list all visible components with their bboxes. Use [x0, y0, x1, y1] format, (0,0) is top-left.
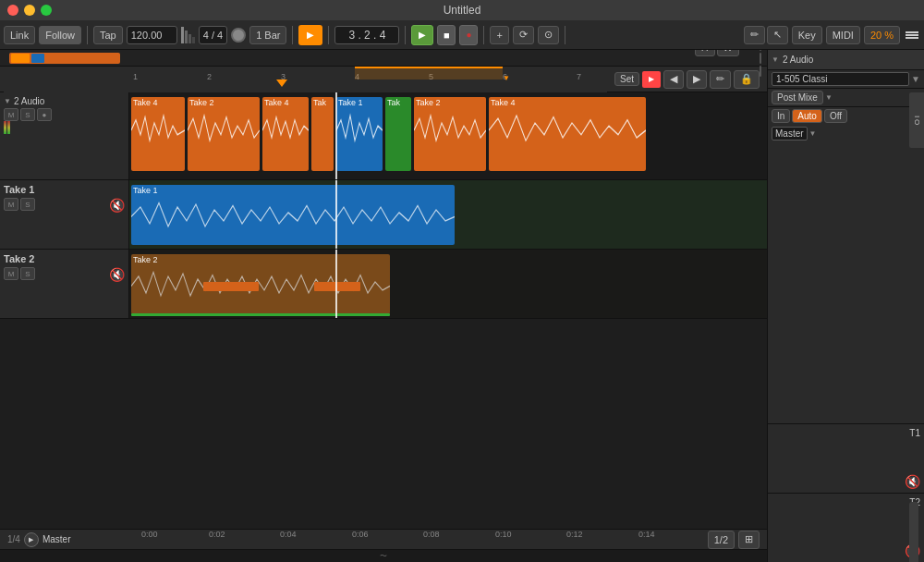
rp-header: ▼ 2 Audio	[768, 50, 924, 70]
arrangement-header: 1 2 3 4 5 6 7 ▼ Set ▶ ◀ ▶ ✏ 🔒	[0, 67, 767, 92]
time-signature[interactable]: 4 / 4	[199, 26, 227, 44]
vertical-resize-handle[interactable]	[758, 50, 763, 79]
loop-button[interactable]: ⟳	[513, 26, 534, 44]
mixer-toggle[interactable]: 〜	[0, 549, 767, 562]
arrangement-scrollbar[interactable]: H W	[0, 50, 767, 67]
quantize-btn[interactable]: 1 Bar	[249, 26, 286, 44]
rp-master-row: Master ▼	[768, 125, 924, 142]
track-2-solo[interactable]: S	[20, 198, 35, 211]
track-2-speaker[interactable]: 🔇	[109, 198, 125, 213]
clip-take2-1[interactable]: Take 2	[188, 97, 260, 171]
track-1-mute[interactable]: M	[4, 108, 18, 121]
follow-button[interactable]: Follow	[39, 26, 81, 44]
maximize-button[interactable]	[41, 5, 52, 16]
arrange-menu-icon[interactable]	[741, 50, 756, 79]
record-dot[interactable]	[231, 28, 246, 43]
edit-mode-buttons: ✏ ↖	[744, 26, 788, 44]
rp-t2-section: T2 🔇	[768, 493, 924, 562]
track-expand-icon[interactable]: ▼	[4, 97, 11, 105]
track-1-arm[interactable]: ●	[37, 108, 52, 121]
rp-master-select[interactable]: Master	[772, 127, 808, 140]
track-2-mute[interactable]: M	[4, 198, 18, 211]
clip-take1-blue[interactable]: Take 1	[336, 97, 383, 171]
track-3-speaker[interactable]: 🔇	[109, 267, 125, 282]
pencil-button[interactable]: ✏	[744, 26, 765, 44]
rp-auto-btn[interactable]: Auto	[792, 109, 822, 123]
rp-master-arrow: ▼	[809, 129, 817, 138]
accent-clip-2	[314, 282, 360, 291]
set-button[interactable]: Set	[614, 72, 639, 86]
key-button[interactable]: Key	[792, 26, 822, 44]
play-small-button[interactable]: ▶	[24, 532, 39, 547]
quantize-grid-btn[interactable]: 1/2	[708, 531, 735, 549]
rp-in-btn[interactable]: In	[772, 109, 790, 123]
bpm-input[interactable]	[127, 26, 177, 44]
track-1-audio-label: 2 Audio	[14, 96, 44, 106]
rp-postmixer-btn[interactable]: Post Mixe	[772, 91, 823, 104]
play-button[interactable]: ▶	[411, 25, 433, 45]
position-display: 3 . 2 . 4	[334, 26, 399, 44]
midi-button[interactable]: MIDI	[826, 26, 860, 44]
scroll-handle[interactable]	[9, 53, 120, 64]
toolbar-separator-6	[565, 26, 565, 44]
track-1-content[interactable]: Take 4 Take 2 Take 4 Tak	[129, 92, 767, 179]
record-button[interactable]: ●	[459, 25, 478, 45]
track-3-mute[interactable]: M	[4, 267, 18, 280]
clip-take4-2[interactable]: Take 4	[262, 97, 309, 171]
select-button[interactable]: ↖	[767, 26, 788, 44]
minimize-button[interactable]	[24, 5, 35, 16]
vd-scroll-right[interactable]	[909, 502, 918, 563]
arrangement-bottom-ruler: 1/4 ▶ Master 0:00 0:02 0:04 0:06 0:08 0:…	[0, 529, 767, 549]
clip-label: Take 2	[414, 97, 486, 108]
h-button[interactable]: H	[695, 50, 715, 56]
close-button[interactable]	[7, 5, 18, 16]
rp-preset-row: 1-505 Classi ▼	[768, 70, 924, 89]
clip-take1-long[interactable]: Take 1	[131, 185, 455, 245]
time-4: 0:04	[280, 530, 297, 539]
rp-off-btn[interactable]: Off	[824, 109, 847, 123]
rp-t1-speaker[interactable]: 🔇	[905, 474, 920, 489]
rp-preset-arrow: ▼	[911, 74, 920, 84]
track-row-3: Take 2 M S 🔇 Take 2	[0, 250, 767, 319]
track-1-solo[interactable]: S	[20, 108, 35, 121]
grid-settings-btn[interactable]: ⊞	[738, 531, 760, 549]
punch-button[interactable]: ⊙	[538, 26, 559, 44]
tap-button[interactable]: Tap	[93, 26, 123, 44]
timeline-ruler: 1 2 3 4 5 6 7 ▼	[4, 67, 607, 92]
time-10: 0:10	[495, 530, 512, 539]
link-button[interactable]: Link	[4, 26, 35, 44]
track-3-content[interactable]: Take 2	[129, 250, 767, 318]
clip-take4-3[interactable]: Take 4	[489, 97, 646, 171]
track-3-solo[interactable]: S	[20, 267, 35, 280]
track-3-buttons: M S 🔇	[4, 267, 125, 282]
rp-preset-select[interactable]: 1-505 Classi	[772, 72, 909, 86]
record-position-button[interactable]: ▶	[642, 71, 661, 88]
track-2-content[interactable]: Take 1	[129, 180, 767, 249]
rp-spacer	[768, 142, 924, 423]
w-button[interactable]: W	[717, 50, 739, 56]
clip-take2-2[interactable]: Take 2	[414, 97, 486, 171]
time-6: 0:06	[352, 530, 369, 539]
grid-label: 1/4	[7, 534, 20, 544]
loop-region[interactable]	[355, 67, 503, 79]
toolbar-separator-5	[483, 26, 484, 44]
clip-tak-1[interactable]: Tak	[311, 97, 334, 171]
zoom-button[interactable]: 20 %	[864, 26, 900, 44]
stop-button[interactable]: ■	[437, 25, 456, 45]
toolbar-right: ✏ ↖ Key MIDI 20 %	[744, 26, 920, 44]
playhead-line-3	[335, 250, 337, 318]
grid-controls: 1/4 ▶ Master	[4, 532, 133, 547]
io-panel[interactable]: I O	[909, 92, 924, 148]
time-12: 0:12	[566, 530, 583, 539]
time-0: 0:00	[141, 530, 158, 539]
track-row-1: ▼ 2 Audio M S ●	[0, 92, 767, 180]
play-arrange-button[interactable]: ▶	[298, 25, 322, 45]
menu-button[interactable]	[904, 30, 920, 41]
clip-tak-green[interactable]: Tak	[385, 97, 411, 171]
beat-1: 1	[133, 72, 138, 81]
add-button[interactable]: +	[490, 26, 508, 44]
clip-take4-1[interactable]: Take 4	[131, 97, 185, 171]
playhead-line-2	[335, 180, 337, 249]
back-button[interactable]: ◀	[663, 70, 684, 89]
time-8: 0:08	[423, 530, 440, 539]
